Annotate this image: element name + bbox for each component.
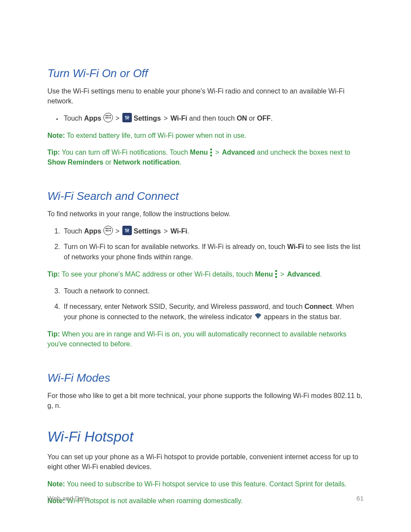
svg-rect-4 (126, 118, 128, 119)
note-label: Note: (47, 480, 65, 488)
wifi-indicator-icon (254, 313, 262, 319)
tip: Tip: To see your phone's MAC address or … (47, 269, 364, 279)
document-page: Turn Wi-Fi On or Off Use the Wi-Fi setti… (0, 0, 411, 532)
chevron-right-icon: > (163, 227, 168, 235)
svg-rect-6 (125, 229, 126, 233)
tip-text: You can turn off Wi-Fi notifications. To… (60, 149, 190, 156)
apps-icon (103, 113, 113, 122)
label-network-notification: Network notification (113, 159, 180, 166)
chevron-right-icon: > (115, 115, 120, 122)
svg-rect-7 (127, 229, 128, 233)
list-item: Touch Apps > Settings > Wi-Fi and then t… (62, 113, 364, 124)
tip-text: When you are in range and Wi-Fi is on, y… (47, 330, 346, 348)
note-text: To extend battery life, turn off Wi-Fi p… (65, 132, 246, 139)
list-item: Turn on Wi-Fi to scan for available netw… (62, 242, 364, 262)
text: appears in the status bar. (262, 313, 341, 320)
text: If necessary, enter Network SSID, Securi… (64, 303, 305, 310)
label-settings: Settings (134, 227, 161, 235)
label-advanced: Advanced (222, 149, 255, 156)
label-apps: Apps (84, 227, 101, 235)
text: Touch (64, 227, 84, 235)
text: . (187, 227, 189, 235)
note: Note: To extend battery life, turn off W… (47, 131, 364, 140)
paragraph: Use the Wi-Fi settings menu to enable yo… (47, 86, 364, 106)
apps-icon (103, 226, 113, 235)
label-connect: Connect (305, 303, 332, 310)
list-item: Touch a network to connect. (62, 286, 364, 296)
svg-rect-3 (125, 116, 127, 117)
paragraph: To find networks in your range, follow t… (47, 209, 364, 219)
settings-icon (122, 113, 132, 122)
note: Note: You need to subscribe to Wi-Fi hot… (47, 479, 364, 489)
tip-label: Tip: (47, 330, 60, 338)
svg-rect-0 (125, 116, 126, 120)
text: Touch (64, 115, 84, 122)
footer-page-number: 61 (356, 495, 364, 502)
chevron-right-icon: > (115, 227, 120, 235)
footer-section-title: Web and Data (47, 495, 89, 502)
text: Turn on Wi-Fi to scan for available netw… (64, 243, 287, 250)
tip-text: . (320, 271, 322, 278)
label-off: OFF (257, 115, 271, 122)
chevron-right-icon: > (279, 271, 285, 278)
svg-rect-5 (128, 117, 129, 118)
settings-icon (122, 226, 132, 235)
menu-icon (210, 149, 212, 156)
label-on: ON (237, 115, 247, 122)
chevron-right-icon: > (163, 115, 168, 122)
label-settings: Settings (134, 115, 161, 122)
svg-rect-9 (125, 229, 127, 230)
paragraph: You can set up your phone as a Wi-Fi hot… (47, 452, 364, 472)
ordered-list: Touch a network to connect. If necessary… (47, 286, 364, 322)
paragraph: For those who like to get a bit more tec… (47, 391, 364, 411)
tip-text: To see your phone's MAC address or other… (60, 271, 255, 278)
label-advanced: Advanced (287, 271, 320, 278)
svg-rect-11 (128, 230, 129, 231)
bullet-list: Touch Apps > Settings > Wi-Fi and then t… (47, 113, 364, 124)
tip-text: or (103, 159, 113, 166)
tip-label: Tip: (47, 271, 60, 278)
tip: Tip: You can turn off Wi-Fi notification… (47, 147, 364, 167)
menu-icon (275, 270, 277, 278)
heading-wifi-hotspot: Wi-Fi Hotspot (47, 428, 364, 445)
label-wifi: Wi-Fi (171, 227, 187, 235)
tip-text: . (180, 159, 181, 166)
text: . (271, 115, 273, 122)
note-label: Note: (47, 132, 65, 139)
svg-rect-10 (126, 231, 128, 232)
label-menu: Menu (255, 271, 273, 278)
label-apps: Apps (84, 115, 101, 122)
heading-search-connect: Wi-Fi Search and Connect (47, 190, 364, 203)
heading-turn-wifi: Turn Wi-Fi On or Off (47, 67, 364, 80)
label-menu: Menu (190, 149, 208, 156)
svg-rect-1 (127, 116, 128, 120)
label-wifi: Wi-Fi (287, 243, 304, 250)
text: or (247, 115, 257, 122)
tip-text: and uncheck the boxes next to (255, 149, 350, 156)
list-item: If necessary, enter Network SSID, Securi… (62, 302, 364, 322)
text: and then touch (187, 115, 237, 122)
tip-label: Tip: (47, 149, 60, 156)
list-item: Touch Apps > Settings > Wi-Fi. (62, 226, 364, 236)
ordered-list: Touch Apps > Settings > Wi-Fi. Turn on W… (47, 226, 364, 262)
note-text: You need to subscribe to Wi-Fi hotspot s… (65, 480, 347, 488)
tip: Tip: When you are in range and Wi-Fi is … (47, 329, 364, 349)
label-show-reminders: Show Reminders (47, 159, 103, 166)
page-footer: Web and Data 61 (47, 495, 364, 502)
label-wifi: Wi-Fi (171, 115, 187, 122)
chevron-right-icon: > (215, 149, 220, 156)
heading-wifi-modes: Wi-Fi Modes (47, 371, 364, 385)
